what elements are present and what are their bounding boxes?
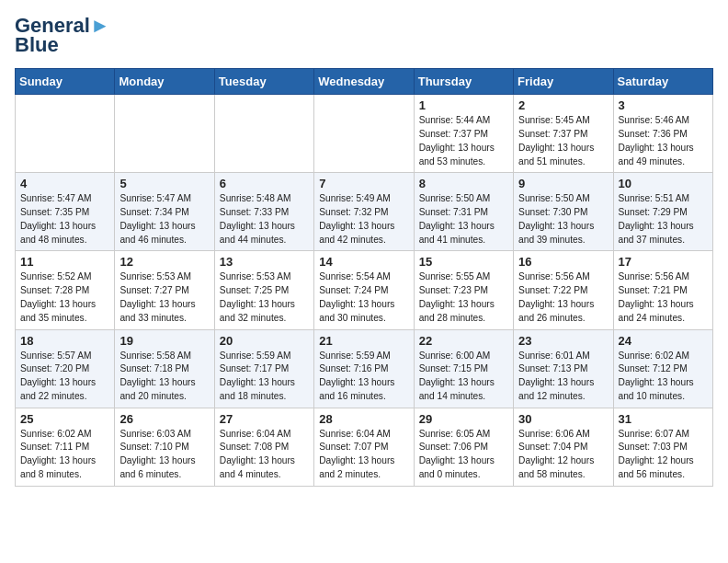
day-info: Sunrise: 6:05 AM Sunset: 7:06 PM Dayligh… xyxy=(419,428,508,482)
day-info: Sunrise: 5:50 AM Sunset: 7:31 PM Dayligh… xyxy=(419,192,508,247)
calendar-day-cell: 26Sunrise: 6:03 AM Sunset: 7:10 PM Dayli… xyxy=(115,408,214,486)
day-of-week-header: Friday xyxy=(514,69,613,95)
calendar-day-cell: 28Sunrise: 6:04 AM Sunset: 7:07 PM Dayli… xyxy=(314,408,414,486)
day-info: Sunrise: 5:47 AM Sunset: 7:34 PM Dayligh… xyxy=(119,192,209,247)
day-info: Sunrise: 5:46 AM Sunset: 7:36 PM Dayligh… xyxy=(619,114,708,168)
calendar-week-row: 25Sunrise: 6:02 AM Sunset: 7:11 PM Dayli… xyxy=(16,408,713,486)
calendar-day-cell: 23Sunrise: 6:01 AM Sunset: 7:13 PM Dayli… xyxy=(514,329,613,408)
day-info: Sunrise: 6:06 AM Sunset: 7:04 PM Dayligh… xyxy=(518,428,608,482)
day-of-week-header: Sunday xyxy=(16,69,115,95)
calendar-week-row: 4Sunrise: 5:47 AM Sunset: 7:35 PM Daylig… xyxy=(16,173,713,251)
day-number: 7 xyxy=(319,177,408,190)
page-header: General► Blue xyxy=(15,15,713,57)
calendar-day-cell: 30Sunrise: 6:06 AM Sunset: 7:04 PM Dayli… xyxy=(514,408,613,486)
day-info: Sunrise: 5:51 AM Sunset: 7:29 PM Dayligh… xyxy=(619,192,708,247)
calendar-day-cell: 2Sunrise: 5:45 AM Sunset: 7:37 PM Daylig… xyxy=(514,95,613,173)
day-info: Sunrise: 6:04 AM Sunset: 7:07 PM Dayligh… xyxy=(319,428,408,482)
day-number: 24 xyxy=(619,334,708,348)
calendar-day-cell xyxy=(115,95,214,173)
calendar-day-cell: 14Sunrise: 5:54 AM Sunset: 7:24 PM Dayli… xyxy=(314,251,414,329)
calendar-day-cell: 17Sunrise: 5:56 AM Sunset: 7:21 PM Dayli… xyxy=(613,251,712,329)
calendar-week-row: 11Sunrise: 5:52 AM Sunset: 7:28 PM Dayli… xyxy=(16,251,713,329)
calendar-day-cell: 6Sunrise: 5:48 AM Sunset: 7:33 PM Daylig… xyxy=(214,173,313,251)
day-info: Sunrise: 5:48 AM Sunset: 7:33 PM Dayligh… xyxy=(220,192,309,247)
day-info: Sunrise: 5:59 AM Sunset: 7:17 PM Dayligh… xyxy=(220,350,309,404)
calendar-day-cell: 20Sunrise: 5:59 AM Sunset: 7:17 PM Dayli… xyxy=(214,329,313,408)
day-number: 14 xyxy=(319,255,408,269)
calendar-day-cell: 31Sunrise: 6:07 AM Sunset: 7:03 PM Dayli… xyxy=(613,408,712,486)
calendar-day-cell: 22Sunrise: 6:00 AM Sunset: 7:15 PM Dayli… xyxy=(414,329,513,408)
day-of-week-header: Thursday xyxy=(414,69,513,95)
calendar-week-row: 18Sunrise: 5:57 AM Sunset: 7:20 PM Dayli… xyxy=(16,329,713,408)
day-number: 15 xyxy=(419,255,508,269)
day-info: Sunrise: 6:01 AM Sunset: 7:13 PM Dayligh… xyxy=(518,350,608,404)
calendar-day-cell: 1Sunrise: 5:44 AM Sunset: 7:37 PM Daylig… xyxy=(414,95,513,173)
day-info: Sunrise: 5:53 AM Sunset: 7:27 PM Dayligh… xyxy=(119,270,209,325)
calendar-day-cell: 27Sunrise: 6:04 AM Sunset: 7:08 PM Dayli… xyxy=(214,408,313,486)
day-number: 20 xyxy=(220,334,309,348)
calendar-day-cell: 18Sunrise: 5:57 AM Sunset: 7:20 PM Dayli… xyxy=(16,329,115,408)
day-info: Sunrise: 5:44 AM Sunset: 7:37 PM Dayligh… xyxy=(419,114,508,168)
day-number: 29 xyxy=(419,412,508,426)
day-number: 3 xyxy=(619,98,708,112)
calendar-day-cell: 10Sunrise: 5:51 AM Sunset: 7:29 PM Dayli… xyxy=(613,173,712,251)
day-of-week-header: Tuesday xyxy=(214,69,313,95)
day-number: 10 xyxy=(619,177,708,190)
calendar-day-cell: 24Sunrise: 6:02 AM Sunset: 7:12 PM Dayli… xyxy=(613,329,712,408)
calendar-day-cell: 15Sunrise: 5:55 AM Sunset: 7:23 PM Dayli… xyxy=(414,251,513,329)
day-of-week-header: Monday xyxy=(115,69,214,95)
day-info: Sunrise: 6:00 AM Sunset: 7:15 PM Dayligh… xyxy=(419,350,508,404)
day-number: 27 xyxy=(220,412,309,426)
day-number: 4 xyxy=(20,177,109,190)
day-info: Sunrise: 6:07 AM Sunset: 7:03 PM Dayligh… xyxy=(619,428,708,482)
day-number: 6 xyxy=(220,177,309,190)
day-info: Sunrise: 5:45 AM Sunset: 7:37 PM Dayligh… xyxy=(518,114,608,168)
day-of-week-header: Saturday xyxy=(613,69,712,95)
calendar-day-cell: 9Sunrise: 5:50 AM Sunset: 7:30 PM Daylig… xyxy=(514,173,613,251)
day-number: 26 xyxy=(119,412,209,426)
day-info: Sunrise: 5:59 AM Sunset: 7:16 PM Dayligh… xyxy=(319,350,408,404)
day-number: 2 xyxy=(518,98,608,112)
day-number: 1 xyxy=(419,98,508,112)
day-number: 16 xyxy=(518,255,608,269)
day-info: Sunrise: 6:02 AM Sunset: 7:12 PM Dayligh… xyxy=(619,350,708,404)
day-number: 5 xyxy=(119,177,209,190)
calendar-day-cell: 19Sunrise: 5:58 AM Sunset: 7:18 PM Dayli… xyxy=(115,329,214,408)
day-info: Sunrise: 5:53 AM Sunset: 7:25 PM Dayligh… xyxy=(220,270,309,325)
day-info: Sunrise: 6:03 AM Sunset: 7:10 PM Dayligh… xyxy=(119,428,209,482)
calendar-day-cell: 8Sunrise: 5:50 AM Sunset: 7:31 PM Daylig… xyxy=(414,173,513,251)
day-number: 21 xyxy=(319,334,408,348)
day-info: Sunrise: 5:54 AM Sunset: 7:24 PM Dayligh… xyxy=(319,270,408,325)
calendar-day-cell: 12Sunrise: 5:53 AM Sunset: 7:27 PM Dayli… xyxy=(115,251,214,329)
day-info: Sunrise: 5:56 AM Sunset: 7:22 PM Dayligh… xyxy=(518,270,608,325)
day-number: 31 xyxy=(619,412,708,426)
day-info: Sunrise: 5:49 AM Sunset: 7:32 PM Dayligh… xyxy=(319,192,408,247)
calendar-day-cell: 21Sunrise: 5:59 AM Sunset: 7:16 PM Dayli… xyxy=(314,329,414,408)
day-number: 19 xyxy=(119,334,209,348)
logo-subtext: Blue xyxy=(15,33,59,57)
day-number: 22 xyxy=(419,334,508,348)
calendar-day-cell: 3Sunrise: 5:46 AM Sunset: 7:36 PM Daylig… xyxy=(613,95,712,173)
day-number: 12 xyxy=(119,255,209,269)
calendar-day-cell: 29Sunrise: 6:05 AM Sunset: 7:06 PM Dayli… xyxy=(414,408,513,486)
day-info: Sunrise: 5:52 AM Sunset: 7:28 PM Dayligh… xyxy=(20,270,109,325)
calendar-table: SundayMondayTuesdayWednesdayThursdayFrid… xyxy=(15,68,713,487)
calendar-day-cell: 13Sunrise: 5:53 AM Sunset: 7:25 PM Dayli… xyxy=(214,251,313,329)
day-number: 30 xyxy=(518,412,608,426)
calendar-day-cell xyxy=(214,95,313,173)
calendar-day-cell: 5Sunrise: 5:47 AM Sunset: 7:34 PM Daylig… xyxy=(115,173,214,251)
day-info: Sunrise: 6:04 AM Sunset: 7:08 PM Dayligh… xyxy=(220,428,309,482)
day-number: 9 xyxy=(518,177,608,190)
day-number: 28 xyxy=(319,412,408,426)
calendar-day-cell xyxy=(314,95,414,173)
day-info: Sunrise: 5:58 AM Sunset: 7:18 PM Dayligh… xyxy=(119,350,209,404)
day-info: Sunrise: 5:56 AM Sunset: 7:21 PM Dayligh… xyxy=(619,270,708,325)
day-number: 17 xyxy=(619,255,708,269)
calendar-day-cell: 16Sunrise: 5:56 AM Sunset: 7:22 PM Dayli… xyxy=(514,251,613,329)
calendar-day-cell: 4Sunrise: 5:47 AM Sunset: 7:35 PM Daylig… xyxy=(16,173,115,251)
day-info: Sunrise: 6:02 AM Sunset: 7:11 PM Dayligh… xyxy=(20,428,109,482)
calendar-day-cell: 25Sunrise: 6:02 AM Sunset: 7:11 PM Dayli… xyxy=(16,408,115,486)
calendar-day-cell: 11Sunrise: 5:52 AM Sunset: 7:28 PM Dayli… xyxy=(16,251,115,329)
day-number: 13 xyxy=(220,255,309,269)
day-info: Sunrise: 5:47 AM Sunset: 7:35 PM Dayligh… xyxy=(20,192,109,247)
